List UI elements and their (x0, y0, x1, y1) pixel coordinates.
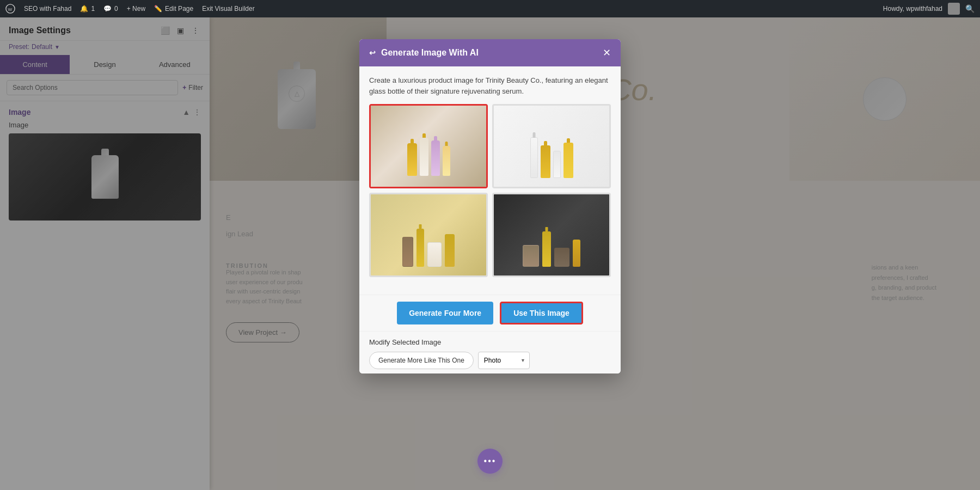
bottle-gold-1 (407, 143, 417, 176)
jar-1 (402, 237, 413, 267)
bottle-white-tall (530, 137, 538, 178)
modal-title: Generate Image With AI (381, 48, 479, 58)
bottles-group-3 (402, 229, 455, 271)
bottles-group-2 (530, 137, 573, 182)
modal-description: Create a luxurious product image for Tri… (369, 75, 611, 96)
modal-body: Create a luxurious product image for Tri… (359, 66, 621, 295)
modal-header-title-area: ↩ Generate Image With AI (369, 48, 479, 58)
bottle-gold-3 (564, 143, 573, 178)
grid-image-1-inner (371, 106, 486, 187)
jar-2 (427, 242, 442, 267)
bottle-dark-2 (573, 240, 580, 267)
style-select[interactable]: Photo Illustration Painting Sketch (478, 352, 530, 369)
generate-more-like-button[interactable]: Generate More Like This One (369, 352, 474, 369)
bottles-group-4 (523, 231, 580, 271)
admin-bar-site-name[interactable]: SEO with Fahad (24, 5, 71, 13)
grid-image-2[interactable] (492, 104, 611, 188)
image-grid (369, 104, 611, 277)
bottle-dark-1 (542, 231, 551, 267)
admin-bar-search-icon[interactable]: 🔍 (965, 4, 975, 13)
bottle-light-gold (443, 146, 450, 176)
grid-image-4-inner (494, 194, 609, 275)
modify-section-title: Modify Selected Image (369, 338, 611, 346)
bottle-clear (420, 138, 428, 176)
generate-image-modal: ↩ Generate Image With AI ✕ Create a luxu… (359, 39, 621, 373)
bottle-gold-2 (541, 145, 550, 178)
admin-bar-howdy: Howdy, wpwithfahad (883, 5, 942, 13)
admin-bar: W SEO with Fahad 🔔 1 💬 0 + New ✏️ Edit P… (0, 0, 980, 17)
admin-bar-avatar (948, 3, 960, 15)
use-this-image-button[interactable]: Use This Image (500, 302, 583, 324)
admin-bar-wp-logo[interactable]: W (5, 4, 15, 14)
modal-back-icon[interactable]: ↩ (369, 48, 376, 57)
modal-action-buttons: Generate Four More Use This Image (359, 295, 621, 331)
grid-image-1[interactable] (369, 104, 488, 188)
bottle-g-1 (416, 229, 424, 267)
generate-four-more-button[interactable]: Generate Four More (397, 302, 493, 324)
bottle-purple (431, 140, 440, 176)
jar-dark-1 (523, 245, 539, 267)
admin-bar-right: Howdy, wpwithfahad 🔍 (883, 3, 975, 15)
svg-text:W: W (8, 7, 13, 12)
style-select-wrapper: Photo Illustration Painting Sketch (478, 352, 530, 369)
modal-header: ↩ Generate Image With AI ✕ (359, 39, 621, 66)
admin-bar-comments[interactable]: 💬 0 (103, 5, 118, 13)
admin-bar-new[interactable]: + New (127, 5, 145, 13)
modify-section: Modify Selected Image Generate More Like… (359, 331, 621, 373)
grid-image-4[interactable] (492, 193, 611, 277)
modal-close-button[interactable]: ✕ (603, 47, 611, 59)
jar-dark-2 (554, 248, 569, 267)
modify-controls: Generate More Like This One Photo Illust… (369, 352, 611, 369)
grid-image-3[interactable] (369, 193, 488, 277)
grid-image-2-inner (494, 106, 609, 187)
bottle-white-short (553, 151, 561, 178)
bottle-g-2 (445, 234, 455, 267)
grid-image-3-inner (371, 194, 486, 275)
admin-bar-edit-page[interactable]: ✏️ Edit Page (154, 5, 193, 13)
fab-icon: ••• (484, 456, 497, 466)
admin-bar-exit-builder[interactable]: Exit Visual Builder (202, 5, 255, 13)
bottles-group-1 (407, 138, 450, 181)
admin-bar-notif[interactable]: 🔔 1 (80, 5, 95, 13)
fab-button[interactable]: ••• (477, 449, 503, 474)
